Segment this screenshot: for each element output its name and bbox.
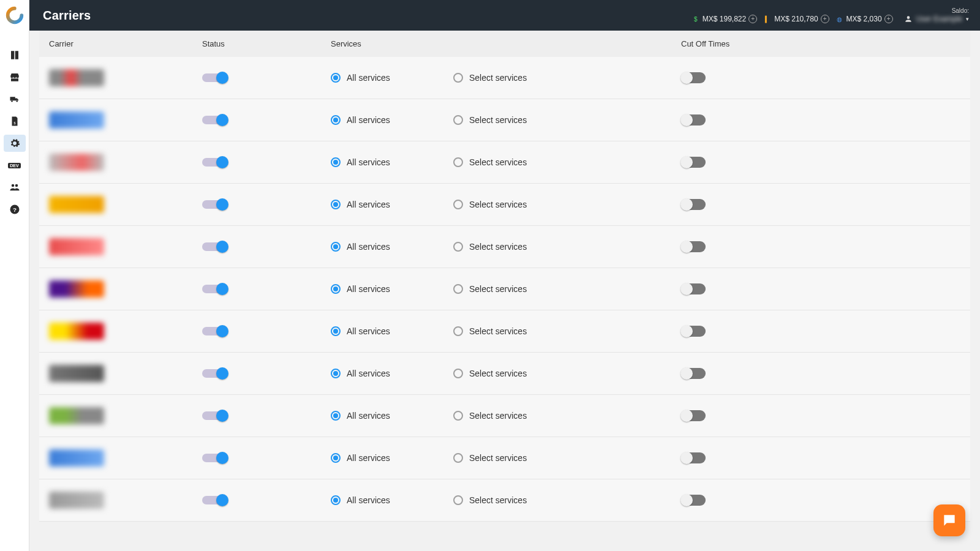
cutoff-toggle[interactable] <box>681 283 706 294</box>
nav-settings[interactable] <box>4 135 26 152</box>
add-balance-2[interactable]: + <box>884 15 893 23</box>
nav-truck[interactable] <box>4 91 26 108</box>
cutoff-toggle[interactable] <box>681 114 706 126</box>
table-row: All services Select services <box>39 437 970 479</box>
cutoff-toggle[interactable] <box>681 72 706 83</box>
carrier-logo <box>49 154 104 171</box>
radio-all-services[interactable]: All services <box>331 369 453 378</box>
radio-all-services[interactable]: All services <box>331 73 453 83</box>
radio-select-services[interactable]: Select services <box>453 73 662 83</box>
radio-select-services[interactable]: Select services <box>453 284 662 294</box>
radio-select-services[interactable]: Select services <box>453 200 662 209</box>
balance-value-0: MX$ 199,822 <box>703 15 746 23</box>
radio-label: All services <box>347 411 390 421</box>
radio-icon <box>453 495 463 505</box>
radio-all-services[interactable]: All services <box>331 411 453 421</box>
table-header: Carrier Status Services Cut Off Times <box>39 31 970 57</box>
cutoff-toggle[interactable] <box>681 452 706 463</box>
radio-icon <box>453 242 463 252</box>
carrier-logo <box>49 449 104 467</box>
radio-label: Select services <box>469 326 527 336</box>
cutoff-toggle[interactable] <box>681 495 706 506</box>
radio-icon <box>331 157 341 167</box>
nav-invoice[interactable]: $ <box>4 113 26 130</box>
carrier-logo <box>49 323 104 340</box>
app-logo <box>0 0 29 31</box>
balance-item-0: $ MX$ 199,822 + <box>692 15 757 23</box>
status-toggle[interactable] <box>202 242 227 251</box>
user-menu[interactable]: User Example ▾ <box>904 15 969 23</box>
dollar-icon: $ <box>692 15 700 23</box>
status-toggle[interactable] <box>202 327 227 335</box>
add-balance-1[interactable]: + <box>821 15 829 23</box>
radio-label: All services <box>347 73 390 83</box>
cutoff-toggle[interactable] <box>681 326 706 337</box>
radio-all-services[interactable]: All services <box>331 495 453 505</box>
radio-label: All services <box>347 200 390 209</box>
radio-icon <box>453 73 463 83</box>
status-toggle[interactable] <box>202 285 227 293</box>
radio-select-services[interactable]: Select services <box>453 411 662 421</box>
chat-fab[interactable] <box>933 504 965 536</box>
radio-label: Select services <box>469 284 527 294</box>
chevron-down-icon: ▾ <box>966 16 969 22</box>
balance-item-2: ◍ MX$ 2,030 + <box>835 15 893 23</box>
radio-icon <box>331 495 341 505</box>
radio-all-services[interactable]: All services <box>331 242 453 252</box>
cutoff-toggle[interactable] <box>681 157 706 168</box>
cutoff-toggle[interactable] <box>681 368 706 379</box>
status-toggle[interactable] <box>202 116 227 124</box>
cutoff-toggle[interactable] <box>681 199 706 210</box>
nav-dev[interactable]: DEV <box>4 157 26 174</box>
radio-select-services[interactable]: Select services <box>453 369 662 378</box>
svg-text:$: $ <box>13 121 15 125</box>
radio-select-services[interactable]: Select services <box>453 326 662 336</box>
nav-help[interactable]: ? <box>4 201 26 218</box>
radio-label: Select services <box>469 242 527 252</box>
th-services: Services <box>331 39 453 48</box>
table-row: All services Select services <box>39 479 970 522</box>
radio-icon <box>453 284 463 294</box>
radio-all-services[interactable]: All services <box>331 157 453 167</box>
radio-all-services[interactable]: All services <box>331 326 453 336</box>
carrier-logo <box>49 407 104 424</box>
radio-icon <box>331 369 341 378</box>
radio-icon <box>453 369 463 378</box>
status-toggle[interactable] <box>202 200 227 209</box>
dev-badge-icon: DEV <box>8 163 20 168</box>
radio-select-services[interactable]: Select services <box>453 242 662 252</box>
radio-select-services[interactable]: Select services <box>453 453 662 463</box>
balance-value-1: MX$ 210,780 <box>774 15 818 23</box>
nav-store[interactable] <box>4 69 26 86</box>
radio-all-services[interactable]: All services <box>331 453 453 463</box>
status-toggle[interactable] <box>202 454 227 462</box>
radio-label: All services <box>347 115 390 125</box>
table-row: All services Select services <box>39 310 970 353</box>
radio-icon <box>331 453 341 463</box>
radio-all-services[interactable]: All services <box>331 284 453 294</box>
svg-point-0 <box>7 9 21 23</box>
status-toggle[interactable] <box>202 411 227 420</box>
add-balance-0[interactable]: + <box>748 15 757 23</box>
cutoff-toggle[interactable] <box>681 410 706 421</box>
radio-select-services[interactable]: Select services <box>453 115 662 125</box>
radio-select-services[interactable]: Select services <box>453 157 662 167</box>
radio-all-services[interactable]: All services <box>331 115 453 125</box>
nav-users[interactable] <box>4 179 26 196</box>
nav-book[interactable] <box>4 47 26 64</box>
status-toggle[interactable] <box>202 73 227 82</box>
radio-all-services[interactable]: All services <box>331 200 453 209</box>
radio-select-services[interactable]: Select services <box>453 495 662 505</box>
radio-label: Select services <box>469 157 527 167</box>
globe-icon: ◍ <box>835 15 844 23</box>
cutoff-toggle[interactable] <box>681 241 706 252</box>
carrier-logo <box>49 280 104 298</box>
user-name: User Example <box>916 15 962 23</box>
status-toggle[interactable] <box>202 369 227 378</box>
status-toggle[interactable] <box>202 158 227 167</box>
flag-icon: ▍ <box>763 15 772 23</box>
status-toggle[interactable] <box>202 496 227 504</box>
carriers-table: Carrier Status Services Cut Off Times Al… <box>39 31 970 522</box>
table-row: All services Select services <box>39 226 970 268</box>
radio-icon <box>331 326 341 336</box>
